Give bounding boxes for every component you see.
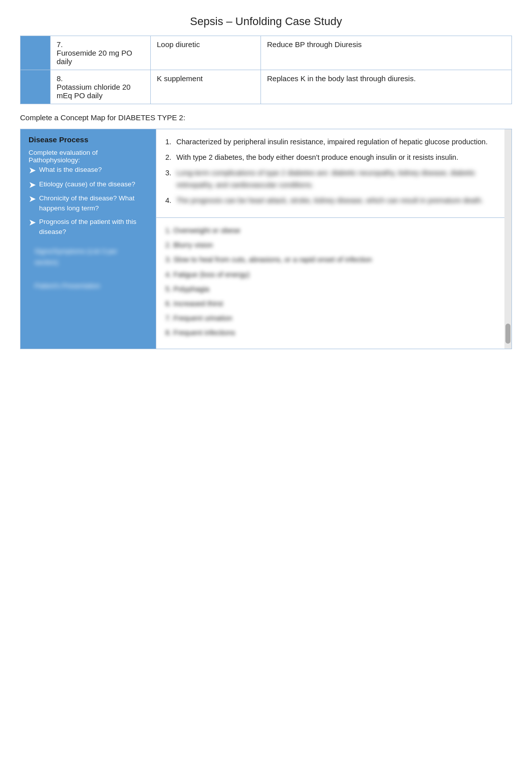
bullet-text-4: Prognosis of the patient with this disea… — [39, 217, 148, 237]
bullet-icon-1: ➤ — [29, 165, 36, 176]
symptoms-list: 1. Overweight or obese 2. Blurry vision … — [165, 225, 502, 339]
list-num-1: 1. — [165, 136, 176, 148]
list-num-4: 4. — [165, 195, 176, 206]
bullet-chronicity: ➤ Chronicity of the disease? What happen… — [29, 193, 148, 214]
bullet-what-is-disease: ➤ What is the disease? — [29, 165, 148, 176]
blurred-left-section-2: Patient's Presentation — [29, 277, 148, 296]
scrollbar[interactable] — [504, 129, 511, 349]
pathophysiology-title: Complete evaluation of Pathophysiology: — [29, 149, 148, 164]
scroll-thumb[interactable] — [505, 324, 510, 344]
list-item-10: 6. Increased thirst — [165, 298, 502, 310]
list-item-2: 2. With type 2 diabetes, the body either… — [165, 152, 502, 163]
med-col-left-2 — [21, 70, 51, 104]
bullet-prognosis: ➤ Prognosis of the patient with this dis… — [29, 217, 148, 237]
bullet-icon-3: ➤ — [29, 194, 36, 205]
med-name-8: 8. Potassium chloride 20 mEq PO daily — [51, 70, 151, 104]
concept-map-label: Complete a Concept Map for DIABETES TYPE… — [20, 113, 512, 122]
list-text-1: Characterized by peripheral insulin resi… — [176, 136, 502, 148]
disease-process-subsection: Complete evaluation of Pathophysiology: … — [29, 149, 148, 237]
bullet-icon-2: ➤ — [29, 180, 36, 191]
list-item-1: 1. Characterized by peripheral insulin r… — [165, 136, 502, 148]
blurred-left-section-1: Signs/Symptoms (List 3 per section) — [29, 242, 148, 272]
list-item-6: 2. Blurry vision — [165, 239, 502, 251]
med-class-8: K supplement — [151, 70, 261, 104]
med-name-7: 7. Furosemide 20 mg PO daily — [51, 36, 151, 70]
medication-table: 7. Furosemide 20 mg PO daily Loop diuret… — [20, 36, 512, 104]
list-text-3: Long-term complications of type 2 diabet… — [176, 167, 502, 190]
blurred-text-signs: Signs/Symptoms (List 3 per section) — [35, 246, 142, 268]
concept-map-left-panel: Disease Process Complete evaluation of P… — [21, 129, 156, 349]
list-text-2: With type 2 diabetes, the body either do… — [176, 152, 502, 163]
list-item-12: 8. Frequent infections — [165, 327, 502, 339]
list-num-3: 3. — [165, 167, 176, 190]
table-row: 7. Furosemide 20 mg PO daily Loop diuret… — [21, 36, 512, 70]
list-item-9: 5. Polyphagia — [165, 284, 502, 295]
list-item-3: 3. Long-term complications of type 2 dia… — [165, 167, 502, 190]
med-class-7: Loop diuretic — [151, 36, 261, 70]
bullet-icon-4: ➤ — [29, 217, 36, 228]
list-item-8: 4. Fatigue (loss of energy) — [165, 269, 502, 281]
list-item-7: 3. Slow to heal from cuts, abrasions, or… — [165, 254, 502, 266]
blurred-text-presentation: Patient's Presentation — [35, 281, 142, 292]
list-text-4: The prognosis can be heart attack, strok… — [176, 195, 502, 206]
list-num-2: 2. — [165, 152, 176, 163]
bullet-text-1: What is the disease? — [39, 165, 102, 175]
bottom-blurred-section: 1. Overweight or obese 2. Blurry vision … — [156, 218, 511, 349]
bullet-text-3: Chronicity of the disease? What happens … — [39, 193, 148, 214]
list-item-11: 7. Frequent urination — [165, 313, 502, 324]
med-action-8: Replaces K in the body last through diur… — [261, 70, 512, 104]
list-item-4: 4. The prognosis can be heart attack, st… — [165, 195, 502, 206]
disease-info-list: 1. Characterized by peripheral insulin r… — [165, 136, 502, 206]
concept-map: Disease Process Complete evaluation of P… — [20, 129, 512, 349]
list-item-5: 1. Overweight or obese — [165, 225, 502, 236]
med-action-7: Reduce BP through Diuresis — [261, 36, 512, 70]
bullet-text-2: Etiology (cause) of the disease? — [39, 179, 135, 189]
table-row: 8. Potassium chloride 20 mEq PO daily K … — [21, 70, 512, 104]
concept-map-right-panel: 1. Characterized by peripheral insulin r… — [156, 129, 511, 349]
right-top-section: 1. Characterized by peripheral insulin r… — [156, 129, 511, 218]
disease-process-title: Disease Process — [29, 135, 148, 144]
med-col-left — [21, 36, 51, 70]
page-title: Sepsis – Unfolding Case Study — [20, 0, 512, 36]
bullet-etiology: ➤ Etiology (cause) of the disease? — [29, 179, 148, 191]
